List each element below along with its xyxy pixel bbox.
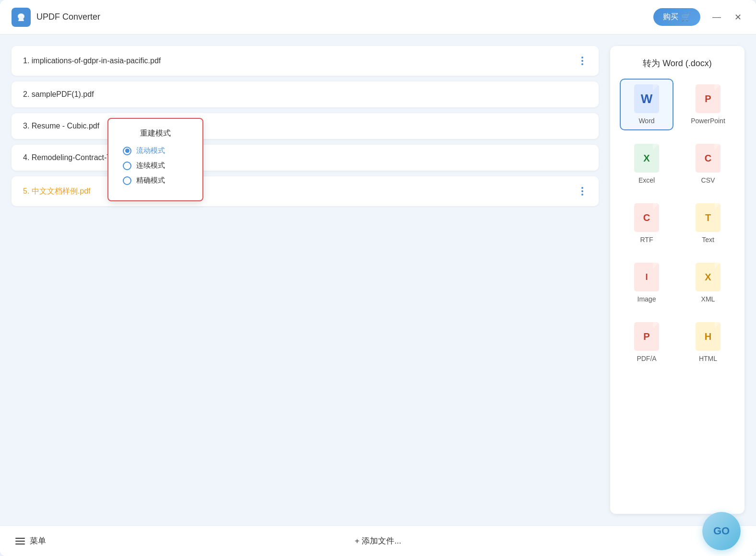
format-panel-title: 转为 Word (.docx) — [620, 58, 735, 69]
format-image[interactable]: I Image — [620, 257, 673, 309]
text-icon: T — [696, 203, 721, 232]
close-button[interactable]: ✕ — [731, 11, 744, 24]
flow-mode-label: 流动模式 — [136, 146, 165, 155]
xml-label: XML — [701, 295, 715, 303]
excel-icon: X — [634, 144, 659, 173]
powerpoint-icon: P — [696, 84, 721, 113]
format-html[interactable]: H HTML — [681, 316, 735, 368]
hamburger-icon — [15, 538, 25, 544]
excel-label: Excel — [638, 176, 655, 184]
radio-circle-continuous — [123, 162, 131, 170]
main-content: 1. implications-of-gdpr-in-asia-pacific.… — [0, 35, 756, 525]
file-item-4[interactable]: 4. Remodeling-Contract-Template-Signatur… — [12, 145, 599, 171]
powerpoint-label: PowerPoint — [691, 117, 725, 125]
html-icon: H — [696, 322, 721, 351]
pdfa-label: PDF/A — [637, 355, 656, 362]
radio-precise-mode[interactable]: 精确模式 — [123, 176, 188, 185]
main-window: UPDF Converter 购买 🛒 — ✕ 1. implications-… — [0, 0, 756, 556]
file-name-2: 2. samplePDF(1).pdf — [23, 90, 587, 99]
rtf-label: RTF — [640, 236, 653, 243]
go-label: GO — [713, 525, 730, 537]
buy-label: 购买 — [663, 12, 678, 22]
app-logo — [12, 8, 31, 27]
file-list-panel: 1. implications-of-gdpr-in-asia-pacific.… — [12, 46, 599, 514]
continuous-mode-label: 连续模式 — [136, 161, 165, 170]
window-controls: — ✕ — [710, 11, 744, 24]
file-menu-5[interactable] — [578, 185, 587, 197]
file-item-5[interactable]: 5. 中文文档样例.pdf — [12, 176, 599, 206]
menu-button[interactable]: 菜单 — [15, 535, 46, 546]
format-xml[interactable]: X XML — [681, 257, 735, 309]
format-grid: W Word P PowerPoint X Excel — [620, 79, 735, 368]
format-excel[interactable]: X Excel — [620, 138, 673, 190]
word-label: Word — [638, 117, 654, 125]
format-word[interactable]: W Word — [620, 79, 673, 130]
buy-button[interactable]: 购买 🛒 — [653, 8, 700, 26]
format-csv[interactable]: C CSV — [681, 138, 735, 190]
csv-label: CSV — [701, 176, 715, 184]
rebuild-popup-title: 重建模式 — [123, 128, 188, 139]
radio-circle-precise — [123, 176, 131, 185]
precise-mode-label: 精确模式 — [136, 176, 165, 185]
image-label: Image — [638, 295, 656, 303]
bottom-bar: 菜单 + 添加文件... GO — [0, 525, 756, 556]
file-item-3[interactable]: 3. Resume - Cubic.pdf — [12, 113, 599, 139]
xml-icon: X — [696, 263, 721, 291]
radio-circle-flow — [123, 147, 131, 155]
format-powerpoint[interactable]: P PowerPoint — [681, 79, 735, 130]
word-icon: W — [634, 84, 659, 113]
add-file-label: + 添加文件... — [355, 535, 402, 546]
title-bar: UPDF Converter 购买 🛒 — ✕ — [0, 0, 756, 35]
file-menu-1[interactable] — [578, 55, 587, 67]
image-icon: I — [634, 263, 659, 291]
rebuild-popup: 重建模式 流动模式 连续模式 精确模式 — [107, 118, 203, 201]
html-label: HTML — [699, 355, 717, 362]
file-name-5: 5. 中文文档样例.pdf — [23, 186, 578, 197]
cart-icon: 🛒 — [681, 12, 691, 22]
text-label: Text — [702, 236, 714, 243]
format-text[interactable]: T Text — [681, 197, 735, 249]
file-name-1: 1. implications-of-gdpr-in-asia-pacific.… — [23, 57, 578, 65]
format-rtf[interactable]: C RTF — [620, 197, 673, 249]
radio-flow-mode[interactable]: 流动模式 — [123, 146, 188, 155]
file-item-1[interactable]: 1. implications-of-gdpr-in-asia-pacific.… — [12, 46, 599, 76]
format-panel: 转为 Word (.docx) W Word P PowerPoint — [610, 46, 744, 514]
menu-label: 菜单 — [30, 535, 46, 546]
add-file-button[interactable]: + 添加文件... — [355, 535, 402, 546]
go-button[interactable]: GO — [702, 512, 741, 550]
radio-continuous-mode[interactable]: 连续模式 — [123, 161, 188, 170]
file-item-2[interactable]: 2. samplePDF(1).pdf — [12, 81, 599, 107]
minimize-button[interactable]: — — [710, 11, 723, 24]
csv-icon: C — [696, 144, 721, 173]
app-title: UPDF Converter — [36, 12, 653, 22]
pdfa-icon: P — [634, 322, 659, 351]
format-pdfa[interactable]: P PDF/A — [620, 316, 673, 368]
rtf-icon: C — [634, 203, 659, 232]
